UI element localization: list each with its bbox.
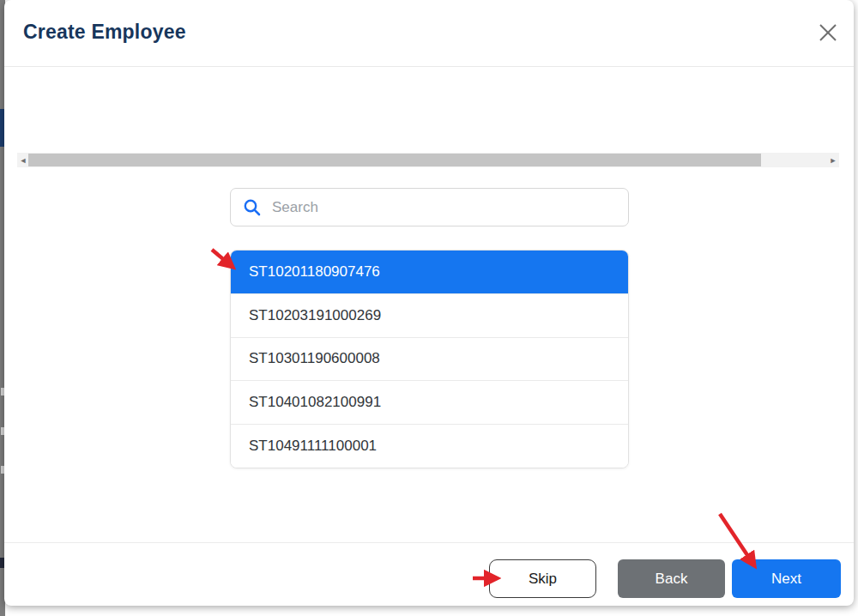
skip-button[interactable]: Skip — [489, 559, 596, 598]
search-icon — [243, 198, 262, 217]
footer-divider — [4, 542, 854, 543]
scrollbar-right-arrow-icon[interactable]: ► — [827, 153, 839, 167]
scrollbar-left-arrow-icon[interactable]: ◄ — [17, 153, 29, 167]
wizard-stepper: ProfileHardware VaultAccountSingle Sign-… — [4, 66, 854, 152]
vault-list-item-selected[interactable]: ST10201180907476 — [231, 251, 628, 293]
vault-list-item[interactable]: ST10203191000269 — [231, 293, 628, 337]
back-button[interactable]: Back — [618, 559, 725, 598]
next-button[interactable]: Next — [732, 559, 841, 598]
scrollbar-thumb[interactable] — [28, 154, 761, 166]
screen: Create Employee ProfileHardware VaultAcc… — [0, 0, 858, 616]
create-employee-dialog: Create Employee ProfileHardware VaultAcc… — [4, 0, 854, 606]
dialog-title: Create Employee — [23, 21, 186, 44]
vault-list-item[interactable]: ST10491111100001 — [231, 424, 628, 468]
vault-list-item[interactable]: ST10301190600008 — [231, 337, 628, 381]
hardware-vault-list: ST10201180907476ST10203191000269ST103011… — [230, 250, 629, 468]
dialog-header: Create Employee — [4, 0, 854, 66]
stepper-horizontal-scrollbar[interactable]: ◄ ► — [17, 153, 839, 167]
close-icon — [818, 22, 838, 43]
search-box[interactable] — [230, 188, 629, 226]
search-input[interactable] — [272, 199, 616, 216]
close-button[interactable] — [814, 19, 842, 46]
vault-list-item[interactable]: ST10401082100991 — [231, 380, 628, 424]
